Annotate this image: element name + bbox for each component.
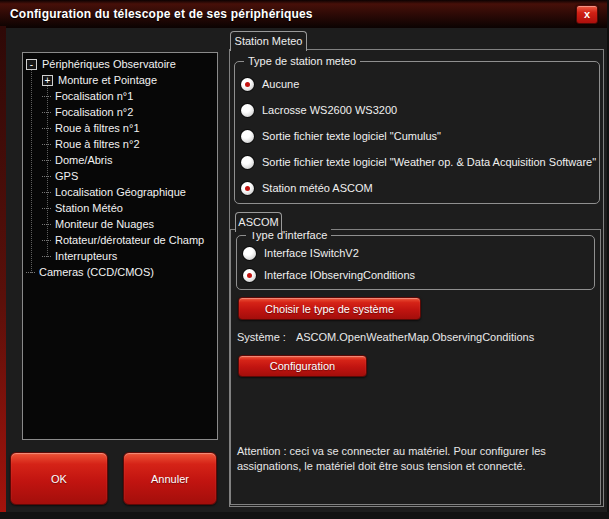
radio-icon[interactable] [241, 182, 254, 195]
tree-item-label: GPS [55, 170, 78, 182]
choose-system-button[interactable]: Choisir le type de système [238, 297, 421, 320]
tab-ascom[interactable]: ASCOM [235, 212, 282, 232]
window-title: Configuration du télescope et de ses pér… [10, 0, 313, 28]
tree-branch-icon [42, 208, 51, 209]
device-tree: - Périphériques Observatoire + Monture e… [22, 52, 218, 440]
tree-item-rotateur-derotateur[interactable]: Rotateur/dérotateur de Champ [23, 232, 217, 248]
radio-icon[interactable] [241, 156, 254, 169]
tree-item-localisation-geographique[interactable]: Localisation Géographique [23, 184, 217, 200]
tree-branch-icon [42, 240, 51, 241]
tree-item-moniteur-de-nuages[interactable]: Moniteur de Nuages [23, 216, 217, 232]
tree-item-focalisation-2[interactable]: Focalisation n°2 [23, 104, 217, 120]
cancel-button[interactable]: Annuler [123, 452, 217, 505]
radio-icon[interactable] [241, 130, 254, 143]
radio-lacrosse[interactable]: Lacrosse WS2600 WS3200 [241, 102, 397, 118]
tree-item-peripheriques-observatoire[interactable]: - Périphériques Observatoire [23, 56, 217, 72]
radio-icon[interactable] [243, 269, 256, 282]
station-meteo-page: Type de station meteo Aucune Lacrosse WS… [229, 49, 604, 507]
tree-branch-icon [42, 96, 51, 97]
ok-button[interactable]: OK [10, 452, 108, 505]
tree-item-label: Focalisation n°2 [55, 106, 133, 118]
station-type-group: Type de station meteo Aucune Lacrosse WS… [234, 61, 600, 204]
interface-type-group: Type d'interface Interface ISwitchV2 Int… [236, 235, 595, 290]
expand-icon[interactable]: + [42, 75, 53, 86]
tree-item-cameras-ccd-cmos[interactable]: Cameras (CCD/CMOS) [23, 264, 217, 280]
tree-branch-icon [26, 272, 35, 273]
window-left-edge [0, 26, 6, 519]
radio-station-ascom[interactable]: Station météo ASCOM [241, 180, 373, 196]
tree-item-roue-filtres-1[interactable]: Roue à filtres n°1 [23, 120, 217, 136]
radio-iobservingconditions[interactable]: Interface IObservingConditions [243, 267, 415, 283]
radio-icon[interactable] [243, 247, 256, 260]
tree-item-gps[interactable]: GPS [23, 168, 217, 184]
tree-branch-icon [42, 192, 51, 193]
tree-branch-icon [42, 224, 51, 225]
tree-item-label: Rotateur/dérotateur de Champ [55, 234, 204, 246]
dialog-window: Configuration du télescope et de ses pér… [0, 0, 609, 519]
window-bottom-edge [0, 512, 609, 519]
tree-branch-icon [42, 160, 51, 161]
tree-item-interrupteurs[interactable]: Interrupteurs [23, 248, 217, 264]
radio-aucune[interactable]: Aucune [241, 76, 299, 92]
tree-item-focalisation-1[interactable]: Focalisation n°1 [23, 88, 217, 104]
tree-item-roue-filtres-2[interactable]: Roue à filtres n°2 [23, 136, 217, 152]
tree-item-label: Cameras (CCD/CMOS) [39, 266, 154, 278]
radio-iswitchv2[interactable]: Interface ISwitchV2 [243, 245, 359, 261]
close-icon[interactable]: x [576, 5, 598, 24]
tree-item-label: Monture et Pointage [58, 74, 157, 86]
tree-item-label: Dome/Abris [55, 154, 112, 166]
tree-item-label: Focalisation n°1 [55, 90, 133, 102]
tree-branch-icon [42, 144, 51, 145]
warning-text: Attention : ceci va se connecter au maté… [237, 444, 593, 474]
tree-branch-icon [42, 176, 51, 177]
tree-branch-icon [42, 112, 51, 113]
tree-branch-icon [42, 128, 51, 129]
radio-weather-op[interactable]: Sortie fichier texte logiciel "Weather o… [241, 154, 596, 170]
tree-item-label: Localisation Géographique [55, 186, 186, 198]
system-value: ASCOM.OpenWeatherMap.ObservingConditions [296, 331, 534, 343]
radio-cumulus[interactable]: Sortie fichier texte logiciel "Cumulus" [241, 128, 441, 144]
configuration-button[interactable]: Configuration [238, 355, 367, 377]
tree-item-label: Périphériques Observatoire [42, 58, 176, 70]
tree-item-label: Roue à filtres n°2 [55, 138, 140, 150]
ascom-page: Type d'interface Interface ISwitchV2 Int… [230, 229, 601, 505]
collapse-icon[interactable]: - [26, 59, 37, 70]
tree-branch-icon [42, 256, 51, 257]
tree-item-label: Station Météo [55, 202, 123, 214]
tree-item-station-meteo[interactable]: Station Météo [23, 200, 217, 216]
group-title: Type de station meteo [244, 55, 360, 68]
tree-item-monture-et-pointage[interactable]: + Monture et Pointage [23, 72, 217, 88]
radio-icon[interactable] [241, 78, 254, 91]
tab-station-meteo[interactable]: Station Meteo [230, 31, 307, 51]
tree-item-label: Moniteur de Nuages [55, 218, 154, 230]
titlebar: Configuration du télescope et de ses pér… [0, 0, 609, 28]
tree-item-label: Roue à filtres n°1 [55, 122, 140, 134]
tree-item-label: Interrupteurs [55, 250, 117, 262]
radio-icon[interactable] [241, 104, 254, 117]
system-line: Système : ASCOM.OpenWeatherMap.Observing… [237, 331, 534, 343]
tree-item-dome-abris[interactable]: Dome/Abris [23, 152, 217, 168]
system-label: Système : [237, 331, 286, 343]
